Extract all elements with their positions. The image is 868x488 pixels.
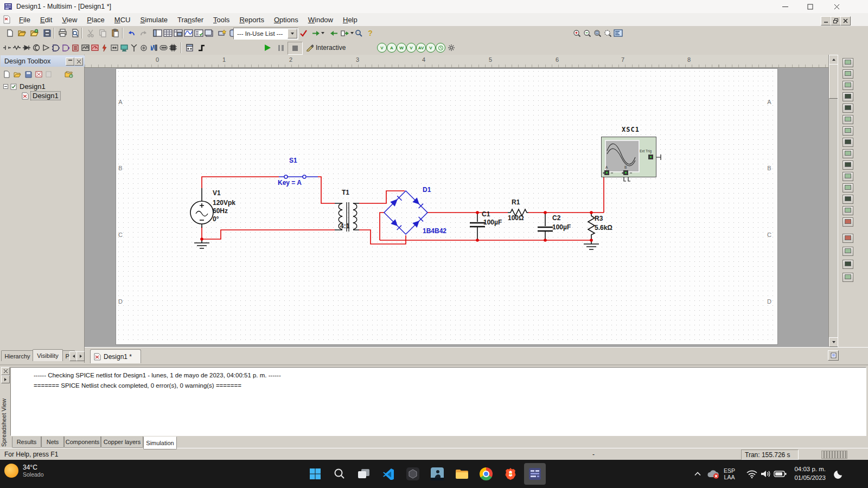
onedrive-icon[interactable] (705, 466, 720, 481)
label-c2-ref[interactable]: C2 (552, 214, 560, 222)
instrument-agilent-multimeter-icon[interactable] (843, 234, 853, 243)
instrument-spectrum-analyzer-icon[interactable] (843, 195, 853, 204)
instrument-bode-plotter-icon[interactable] (843, 115, 853, 124)
tab-scroll-right-icon[interactable] (76, 351, 85, 361)
tab-nets[interactable]: Nets (41, 436, 64, 448)
probe-voltage-icon[interactable]: V (377, 43, 387, 53)
label-s1-key[interactable]: Key = A (278, 179, 302, 187)
night-mode-moon-icon[interactable] (831, 466, 846, 481)
label-v1-amplitude[interactable]: 120Vpk (213, 199, 235, 207)
find-icon[interactable] (353, 27, 365, 39)
tab-results[interactable]: Results (12, 436, 41, 448)
menu-file[interactable]: File (14, 15, 35, 25)
panel-minimize-icon[interactable] (66, 57, 74, 66)
probe-period-icon[interactable] (436, 43, 445, 53)
brave-icon[interactable] (503, 466, 518, 481)
schematic-canvas[interactable]: 0 1 2 3 4 5 6 7 8 A B C D A B C D (85, 55, 828, 347)
search-icon[interactable] (332, 466, 347, 481)
menu-mcu[interactable]: MCU (110, 15, 136, 25)
menu-tools[interactable]: Tools (208, 15, 234, 25)
file-explorer-icon[interactable] (454, 466, 469, 481)
cut-button[interactable] (84, 27, 97, 39)
label-c2-value[interactable]: 100µF (552, 223, 571, 232)
instrument-network-analyzer-icon[interactable] (843, 206, 853, 215)
dtb-open-icon[interactable] (14, 71, 22, 78)
probe-differential-voltage-icon[interactable]: V (406, 43, 416, 53)
instrument-current-clamp-icon[interactable] (843, 273, 853, 282)
mdi-close-button[interactable] (840, 16, 851, 25)
place-ttl-icon[interactable] (51, 42, 61, 54)
close-button[interactable] (824, 0, 849, 13)
back-annotate-icon[interactable] (328, 27, 340, 39)
oscilloscope-xsc1[interactable]: Ext Trig A B (601, 137, 656, 177)
menu-reports[interactable]: Reports (234, 15, 269, 25)
place-source-icon[interactable] (2, 42, 12, 54)
instrument-agilent-scope-icon[interactable] (843, 247, 853, 256)
interactive-mode-label[interactable]: Interactive (316, 44, 346, 52)
label-v1-frequency[interactable]: 60Hz (213, 207, 228, 215)
instrument-agilent-function-gen-icon[interactable] (843, 217, 853, 227)
in-use-list-dropdown[interactable]: --- In-Use List --- (233, 28, 298, 40)
clock-widget[interactable]: 04:03 p. m. 01/05/2023 (794, 465, 826, 482)
instrument-tektronix-scope-icon[interactable] (843, 260, 853, 269)
language-indicator[interactable]: ESP LAA (724, 467, 735, 480)
instrument-distortion-analyzer-icon[interactable] (843, 183, 853, 192)
dtb-recent-files-icon[interactable] (65, 70, 73, 78)
probe-voltage-current-icon[interactable]: AV (416, 43, 426, 53)
sheet-nav-icon[interactable] (828, 350, 839, 361)
label-v1-phase[interactable]: 0° (213, 215, 219, 223)
dropdown-arrow-icon[interactable] (288, 29, 297, 38)
place-electromechanical-icon[interactable] (139, 42, 149, 54)
help-icon[interactable]: ? (364, 27, 376, 39)
tab-components[interactable]: Components (64, 436, 101, 448)
status-resize-grip[interactable] (821, 451, 847, 459)
export-to-ultiboard-icon[interactable] (310, 27, 326, 39)
place-transistor-icon[interactable] (31, 42, 41, 54)
instrument-logic-analyzer-icon[interactable] (843, 160, 853, 170)
place-analog-icon[interactable] (41, 42, 51, 54)
place-connector-icon[interactable] (158, 42, 168, 54)
multisim-taskbar-icon[interactable] (527, 466, 542, 481)
label-xsc1-ref[interactable]: XSC1 (622, 126, 640, 134)
label-c1-ref[interactable]: C1 (482, 210, 490, 219)
open-file-button[interactable] (16, 27, 28, 39)
stop-simulation-button[interactable] (288, 42, 303, 55)
run-simulation-button[interactable] (261, 42, 274, 54)
volume-icon[interactable] (758, 466, 774, 481)
place-advanced-peripherals-icon[interactable] (119, 42, 129, 54)
weather-widget[interactable]: 34°C Soleado (4, 464, 44, 478)
start-button[interactable] (308, 466, 323, 481)
open-samples-button[interactable] (28, 27, 41, 39)
menu-window[interactable]: Window (303, 15, 338, 25)
probe-current-icon[interactable]: A (387, 43, 397, 53)
instrument-frequency-counter-icon[interactable] (843, 126, 853, 136)
label-t1-ref[interactable]: T1 (342, 189, 349, 197)
menu-transfer[interactable]: Transfer (173, 15, 208, 25)
menu-help[interactable]: Help (338, 15, 362, 25)
label-v1-ref[interactable]: V1 (213, 189, 221, 197)
tree-node-design1-sheet[interactable]: Design1 (22, 91, 60, 100)
tab-simulation[interactable]: Simulation (143, 436, 177, 450)
instrument-function-generator-icon[interactable] (843, 69, 853, 79)
print-preview-button[interactable] (69, 27, 81, 39)
task-view-icon[interactable] (356, 466, 372, 481)
canvas-vertical-scrollbar[interactable] (828, 55, 838, 347)
label-r1-ref[interactable]: R1 (512, 198, 520, 207)
place-diode-icon[interactable] (22, 42, 31, 54)
panel-close-icon[interactable] (74, 57, 83, 66)
instrument-logic-converter-icon[interactable] (843, 149, 853, 158)
label-c1-value[interactable]: 100µF (483, 219, 502, 227)
mdi-restore-button[interactable] (831, 16, 841, 25)
label-d1-part[interactable]: 1B4B42 (423, 227, 446, 235)
menu-simulate[interactable]: Simulate (135, 15, 173, 25)
instrument-multimeter-icon[interactable] (843, 58, 853, 67)
instrument-four-channel-scope-icon[interactable] (843, 104, 853, 113)
place-basic-icon[interactable] (12, 42, 22, 54)
simulation-log[interactable]: ------ Checking SPICE netlist for Design… (10, 367, 866, 436)
place-rf-icon[interactable] (129, 42, 139, 54)
dark-cube-app-icon[interactable] (405, 466, 420, 481)
maximize-button[interactable] (797, 0, 822, 13)
hierarchical-block-icon[interactable] (183, 42, 196, 54)
print-button[interactable] (56, 27, 69, 39)
menu-view[interactable]: View (57, 15, 82, 25)
